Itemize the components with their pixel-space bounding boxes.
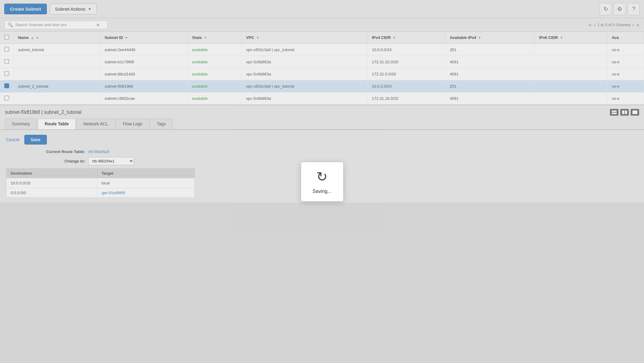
saving-overlay: ↻ Saving... xyxy=(0,0,644,363)
saving-text: Saving... xyxy=(312,189,331,194)
saving-spinner-icon: ↻ xyxy=(316,169,328,184)
saving-popup: ↻ Saving... xyxy=(301,162,343,201)
